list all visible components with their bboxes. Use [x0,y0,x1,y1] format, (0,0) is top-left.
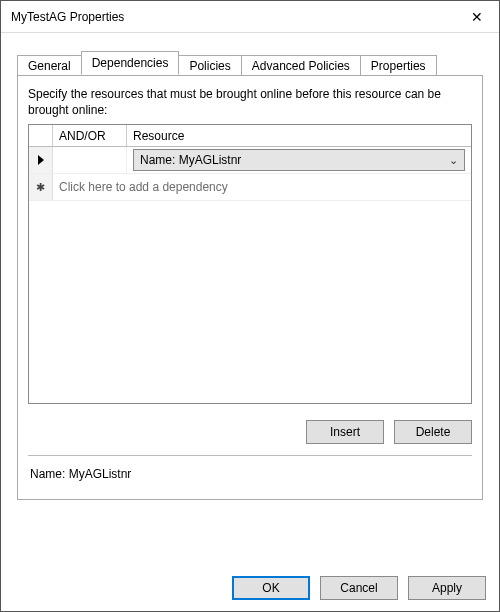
close-icon: ✕ [471,9,483,25]
ok-button[interactable]: OK [232,576,310,600]
tab-policies[interactable]: Policies [178,55,241,76]
new-row-star-icon: ✱ [36,181,45,194]
row-indicator: ✱ [29,174,53,200]
cancel-button[interactable]: Cancel [320,576,398,600]
tab-label: Policies [189,59,230,73]
header-resource[interactable]: Resource [127,125,471,146]
selected-dependency-detail: Name: MyAGListnr [30,467,131,481]
cell-resource[interactable]: Name: MyAGListnr ⌄ [127,147,471,173]
dialog-button-row: OK Cancel Apply [232,576,486,600]
tab-advanced-policies[interactable]: Advanced Policies [241,55,361,76]
chevron-down-icon: ⌄ [449,154,458,167]
grid-header: AND/OR Resource [29,125,471,147]
instruction-text: Specify the resources that must be broug… [28,86,472,118]
resource-dropdown[interactable]: Name: MyAGListnr ⌄ [133,149,465,171]
tab-strip: General Dependencies Policies Advanced P… [17,51,483,75]
insert-button[interactable]: Insert [306,420,384,444]
tab-label: General [28,59,71,73]
tab-general[interactable]: General [17,55,82,76]
tab-dependencies[interactable]: Dependencies [81,51,180,75]
apply-button[interactable]: Apply [408,576,486,600]
grid-body: Name: MyAGListnr ⌄ ✱ Click here to add a… [29,147,471,403]
dialog-content: General Dependencies Policies Advanced P… [1,33,499,500]
tab-label: Advanced Policies [252,59,350,73]
cell-andor[interactable] [53,147,127,173]
header-rowselector [29,125,53,146]
header-andor[interactable]: AND/OR [53,125,127,146]
dependency-grid: AND/OR Resource Name: MyAGListnr ⌄ [28,124,472,404]
add-dependency-placeholder[interactable]: Click here to add a dependency [53,174,471,200]
tab-properties[interactable]: Properties [360,55,437,76]
grid-buttons: Insert Delete [306,420,472,444]
table-row[interactable]: Name: MyAGListnr ⌄ [29,147,471,174]
row-indicator [29,147,53,173]
resource-dropdown-value: Name: MyAGListnr [140,153,241,167]
divider [28,455,472,456]
tab-label: Properties [371,59,426,73]
dependencies-panel: Specify the resources that must be broug… [17,75,483,500]
tab-label: Dependencies [92,56,169,70]
title-bar: MyTestAG Properties ✕ [1,1,499,33]
close-button[interactable]: ✕ [454,1,499,33]
delete-button[interactable]: Delete [394,420,472,444]
add-dependency-row[interactable]: ✱ Click here to add a dependency [29,174,471,201]
current-row-arrow-icon [38,155,44,165]
window-title: MyTestAG Properties [11,10,124,24]
